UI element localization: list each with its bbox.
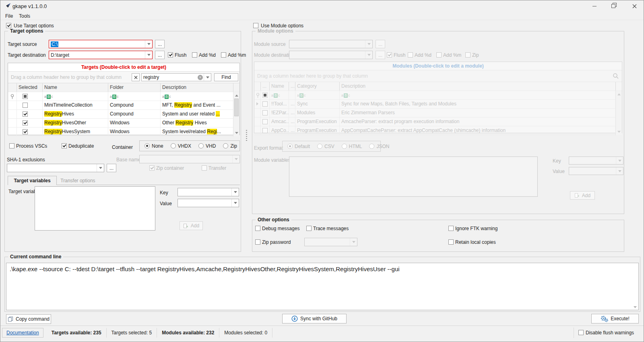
status-separator — [574, 328, 574, 338]
modules-group-by-bar: Drag a column header here to group by th… — [254, 70, 622, 82]
add-percent-m-checkbox[interactable] — [221, 52, 226, 58]
debug-messages-label: Debug messages — [262, 226, 299, 231]
radio-vhdx[interactable]: VHDX — [171, 143, 191, 149]
filter-select-all-checkbox[interactable] — [23, 94, 28, 99]
targets-scrollbar[interactable] — [233, 92, 239, 136]
targets-filter-row[interactable]: aBc aBc aBc — [8, 92, 233, 101]
target-table-row[interactable]: RegistryHivesSystem Windows System level… — [8, 128, 233, 136]
command-scroll-down-icon[interactable] — [634, 306, 637, 308]
container-radio-group: NoneVHDXVHDZip — [139, 140, 240, 151]
search-input[interactable]: registry × — [141, 73, 211, 81]
module-flush-checkbox — [387, 52, 392, 58]
maximize-restore-button[interactable] — [604, 0, 622, 12]
menu-tools[interactable]: Tools — [17, 12, 33, 20]
search-dropdown-arrow-icon[interactable] — [204, 74, 211, 81]
use-module-options-checkbox[interactable] — [253, 23, 258, 28]
radio-none[interactable]: None — [144, 143, 163, 149]
tab-target-variables[interactable]: Target variables — [8, 176, 57, 185]
target-destination-combo[interactable]: D:\target — [49, 51, 153, 59]
clear-search-button[interactable] — [132, 73, 140, 81]
target-row-checkbox[interactable] — [23, 120, 28, 126]
command-line-text: .\kape.exe --tsource C: --tdest D:\targe… — [6, 263, 638, 275]
retain-local-copies-checkbox[interactable] — [448, 239, 454, 245]
target-table-row[interactable]: RegistryHivesOther Windows Other Registr… — [8, 119, 233, 128]
module-value-combo — [569, 167, 623, 175]
tab-transfer-options[interactable]: Transfer options — [57, 176, 99, 185]
radio-icon[interactable] — [171, 143, 176, 148]
module-table-row: Amcac... ... ProgramExecution AmcachePar… — [254, 117, 616, 126]
execute-button[interactable]: Execute! — [591, 314, 639, 323]
radio-icon[interactable] — [198, 143, 204, 148]
target-variables-listbox[interactable] — [35, 186, 155, 231]
debug-messages-checkbox[interactable] — [255, 226, 260, 231]
module-variables-label: Module variables — [254, 157, 291, 163]
radio-icon[interactable] — [144, 143, 150, 148]
export-format-radio-group: DefaultCSVHTMLJSON — [282, 141, 381, 152]
sha1-exclusions-combo[interactable] — [7, 164, 104, 172]
module-add-percent-m-label: Add %m — [443, 52, 461, 58]
scrollbar-down-icon — [617, 131, 621, 133]
dropdown-arrow-icon[interactable] — [145, 40, 152, 48]
scrollbar-up-icon[interactable] — [235, 95, 238, 97]
text-filter-icon[interactable]: aBc — [110, 95, 119, 99]
add-percent-d-checkbox[interactable] — [192, 52, 197, 58]
target-options-group-title: Target options — [8, 28, 45, 34]
ignore-ftk-warning-checkbox[interactable] — [448, 226, 454, 231]
targets-table-header[interactable]: Selected Name Folder Description — [8, 83, 239, 92]
dropdown-arrow-icon[interactable] — [231, 199, 239, 207]
key-combo[interactable] — [178, 188, 239, 196]
text-filter-icon[interactable]: aBc — [162, 95, 171, 99]
panel-splitter[interactable] — [246, 130, 247, 141]
target-row-checkbox[interactable] — [23, 111, 28, 117]
flush-checkbox[interactable] — [168, 52, 173, 58]
target-row-checkbox[interactable] — [23, 103, 28, 108]
disable-flush-warnings-checkbox[interactable] — [578, 330, 584, 335]
use-target-options-checkbox[interactable] — [6, 23, 11, 28]
deduplicate-checkbox[interactable] — [62, 143, 67, 148]
sync-with-github-button[interactable]: Sync with GitHub — [282, 314, 347, 323]
target-source-combo[interactable]: C:\ — [49, 40, 153, 48]
dropdown-arrow-icon[interactable] — [145, 51, 152, 59]
scrollbar-thumb[interactable] — [234, 99, 239, 116]
filter-pin-icon — [10, 94, 14, 99]
minimize-button[interactable] — [585, 0, 603, 12]
copy-command-button[interactable]: Copy command — [6, 314, 51, 324]
sha1-browse-button[interactable]: ... — [107, 164, 116, 172]
trace-messages-checkbox[interactable] — [306, 226, 312, 231]
target-destination-browse-button[interactable]: ... — [155, 51, 165, 59]
radio-vhd[interactable]: VHD — [198, 143, 216, 149]
close-button[interactable] — [625, 0, 644, 12]
command-line-box[interactable]: .\kape.exe --tsource C: --tdest D:\targe… — [6, 263, 639, 310]
target-source-browse-button[interactable]: ... — [155, 40, 165, 48]
module-variables-listbox — [289, 157, 538, 197]
flush-label: Flush — [175, 52, 186, 58]
dropdown-arrow-icon[interactable] — [97, 164, 104, 172]
target-row-checkbox[interactable] — [23, 129, 28, 134]
targets-group-by-bar[interactable]: Drag a column header here to group by th… — [8, 72, 239, 83]
radio-zip[interactable]: Zip — [223, 143, 237, 149]
scrollbar-down-icon[interactable] — [235, 132, 238, 134]
documentation-cell[interactable]: Documentation — [2, 328, 43, 338]
value-combo[interactable] — [178, 199, 239, 207]
clear-search-icon[interactable]: × — [198, 75, 203, 80]
target-table-row[interactable]: RegistryHives Compound System and user r… — [8, 110, 233, 119]
header-selected[interactable]: Selected — [17, 83, 43, 92]
target-name-cell: RegistryHivesOther — [43, 119, 108, 127]
module-destination-browse-button: ... — [376, 51, 385, 59]
text-filter-icon[interactable]: aBc — [44, 95, 53, 99]
target-description-cell: System level/related Regi... — [161, 128, 233, 136]
header-description[interactable]: Description — [161, 83, 233, 92]
target-folder-cell: Compound — [108, 110, 161, 118]
find-button[interactable]: Find — [214, 73, 238, 81]
module-name-cell: !!Tool... — [270, 100, 289, 108]
process-vscs-checkbox[interactable] — [9, 143, 14, 148]
dropdown-arrow-icon[interactable] — [231, 188, 239, 196]
menu-file[interactable]: File — [3, 12, 15, 20]
header-folder[interactable]: Folder — [108, 83, 161, 92]
radio-icon[interactable] — [223, 143, 228, 148]
header-name[interactable]: Name — [43, 83, 108, 92]
documentation-link[interactable]: Documentation — [6, 330, 39, 336]
target-table-row[interactable]: MiniTimelineCollection Compound MFT, Reg… — [8, 101, 233, 110]
zip-password-checkbox[interactable] — [255, 239, 260, 245]
scrollbar-up-icon — [617, 93, 621, 95]
